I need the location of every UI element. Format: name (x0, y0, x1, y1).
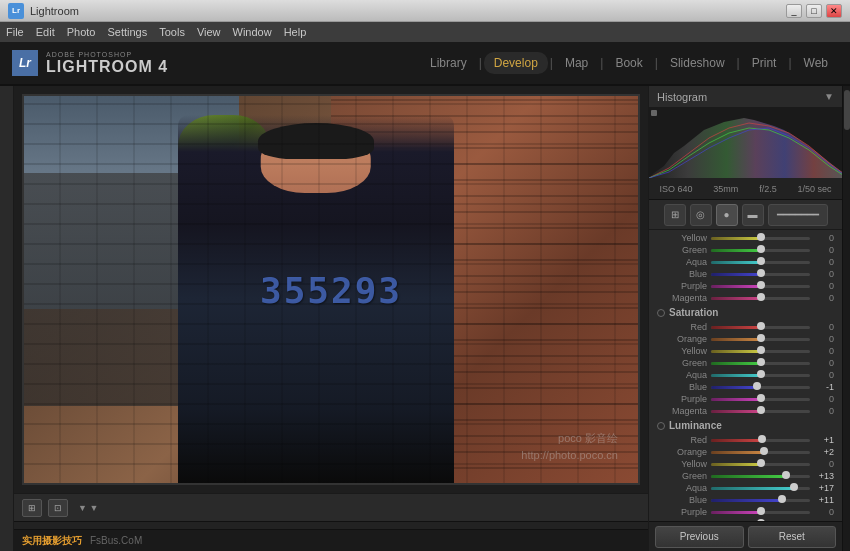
zoom-level: ▼ ▼ (78, 503, 98, 513)
hue-yellow-track[interactable] (711, 237, 810, 240)
hue-aqua-label: Aqua (657, 257, 707, 267)
hue-magenta-row: Magenta 0 (649, 292, 842, 304)
sat-yellow-row: Yellow 0 (649, 345, 842, 357)
lum-aqua-row: Aqua +17 (649, 482, 842, 494)
right-panel: Histogram ▼ (648, 86, 842, 551)
reset-button[interactable]: Reset (748, 526, 837, 548)
left-panel (0, 86, 14, 551)
hue-yellow-row: Yellow 0 (649, 232, 842, 244)
hue-green-track[interactable] (711, 249, 810, 252)
hue-purple-track[interactable] (711, 285, 810, 288)
hue-magenta-value: 0 (814, 293, 834, 303)
lum-red-track[interactable] (711, 439, 810, 442)
sat-purple-track[interactable] (711, 398, 810, 401)
sat-orange-track[interactable] (711, 338, 810, 341)
hue-yellow-value: 0 (814, 233, 834, 243)
menu-photo[interactable]: Photo (67, 26, 96, 38)
nav-print[interactable]: Print (742, 52, 787, 74)
menu-window[interactable]: Window (233, 26, 272, 38)
histogram-arrow[interactable]: ▼ (824, 91, 834, 102)
scrollbar-thumb[interactable] (844, 90, 850, 130)
maximize-button[interactable]: □ (806, 4, 822, 18)
app-icon: Lr (8, 3, 24, 19)
menu-help[interactable]: Help (284, 26, 307, 38)
saturation-section-header: Saturation (649, 304, 842, 321)
menu-tools[interactable]: Tools (159, 26, 185, 38)
bottom-label: 实用摄影技巧 (22, 534, 82, 548)
saturation-toggle[interactable] (657, 309, 665, 317)
adjustment-brush-tool[interactable]: ━━━━━━━ (768, 204, 828, 226)
sat-aqua-track[interactable] (711, 374, 810, 377)
sat-magenta-row: Magenta 0 (649, 405, 842, 417)
hue-green-value: 0 (814, 245, 834, 255)
hue-blue-track[interactable] (711, 273, 810, 276)
nav-book[interactable]: Book (605, 52, 652, 74)
lum-purple-track[interactable] (711, 511, 810, 514)
nav-map[interactable]: Map (555, 52, 598, 74)
menu-file[interactable]: File (6, 26, 24, 38)
tools-row: ⊞ ◎ ● ▬ ━━━━━━━ (649, 200, 842, 230)
lr-text-group: ADOBE PHOTOSHOP LIGHTROOM 4 (46, 51, 168, 76)
hue-aqua-track[interactable] (711, 261, 810, 264)
right-scrollbar[interactable] (842, 86, 850, 551)
close-button[interactable]: ✕ (826, 4, 842, 18)
sat-green-row: Green 0 (649, 357, 842, 369)
lum-green-row: Green +13 (649, 470, 842, 482)
menu-edit[interactable]: Edit (36, 26, 55, 38)
menu-settings[interactable]: Settings (107, 26, 147, 38)
sat-yellow-track[interactable] (711, 350, 810, 353)
histogram-title: Histogram (657, 91, 707, 103)
crop-tool[interactable]: ⊞ (664, 204, 686, 226)
lr-app-name: LIGHTROOM 4 (46, 58, 168, 76)
photo-container: 355293 poco 影音绘 http://photo.poco.cn (14, 86, 648, 493)
luminance-section-header: Luminance (649, 417, 842, 434)
hue-magenta-track[interactable] (711, 297, 810, 300)
hue-aqua-row: Aqua 0 (649, 256, 842, 268)
lum-purple-row: Purple 0 (649, 506, 842, 518)
redeye-tool[interactable]: ● (716, 204, 738, 226)
lum-yellow-row: Yellow 0 (649, 458, 842, 470)
lum-orange-track[interactable] (711, 451, 810, 454)
sliders-panel: Yellow 0 Green 0 (649, 230, 842, 521)
window-controls[interactable]: _ □ ✕ (786, 4, 842, 18)
graduated-filter-tool[interactable]: ▬ (742, 204, 764, 226)
hist-left-indicator (651, 110, 657, 116)
lum-aqua-track[interactable] (711, 487, 810, 490)
sat-green-track[interactable] (711, 362, 810, 365)
minimize-button[interactable]: _ (786, 4, 802, 18)
nav-web[interactable]: Web (794, 52, 838, 74)
lum-blue-track[interactable] (711, 499, 810, 502)
luminance-toggle[interactable] (657, 422, 665, 430)
menu-view[interactable]: View (197, 26, 221, 38)
spot-removal-tool[interactable]: ◎ (690, 204, 712, 226)
lr-adobe-text: ADOBE PHOTOSHOP (46, 51, 168, 58)
luminance-label: Luminance (669, 420, 722, 431)
window-title: Lightroom (30, 5, 79, 17)
nav-slideshow[interactable]: Slideshow (660, 52, 735, 74)
menu-bar: File Edit Photo Settings Tools View Wind… (0, 22, 850, 42)
content-area: 355293 poco 影音绘 http://photo.poco.cn ⊞ ⊡… (0, 86, 850, 551)
hue-blue-row: Blue 0 (649, 268, 842, 280)
sat-red-track[interactable] (711, 326, 810, 329)
sat-magenta-track[interactable] (711, 410, 810, 413)
previous-button[interactable]: Previous (655, 526, 744, 548)
nav-library[interactable]: Library (420, 52, 477, 74)
zoom-fit-button[interactable]: ⊞ (22, 499, 42, 517)
aperture-value: f/2.5 (759, 184, 777, 194)
sat-blue-track[interactable] (711, 386, 810, 389)
histogram-canvas (649, 108, 842, 178)
hue-green-label: Green (657, 245, 707, 255)
hue-green-row: Green 0 (649, 244, 842, 256)
hue-yellow-label: Yellow (657, 233, 707, 243)
focal-value: 35mm (713, 184, 738, 194)
hue-blue-label: Blue (657, 269, 707, 279)
nav-develop[interactable]: Develop (484, 52, 548, 74)
lum-green-track[interactable] (711, 475, 810, 478)
zoom-fill-button[interactable]: ⊡ (48, 499, 68, 517)
lum-yellow-track[interactable] (711, 463, 810, 466)
panel-buttons: Previous Reset (649, 521, 842, 551)
top-nav: Library | Develop | Map | Book | Slidesh… (420, 52, 838, 74)
photo-overlay (24, 96, 638, 483)
shutter-value: 1/50 sec (798, 184, 832, 194)
bottom-url: FsBus.CoM (90, 535, 142, 546)
